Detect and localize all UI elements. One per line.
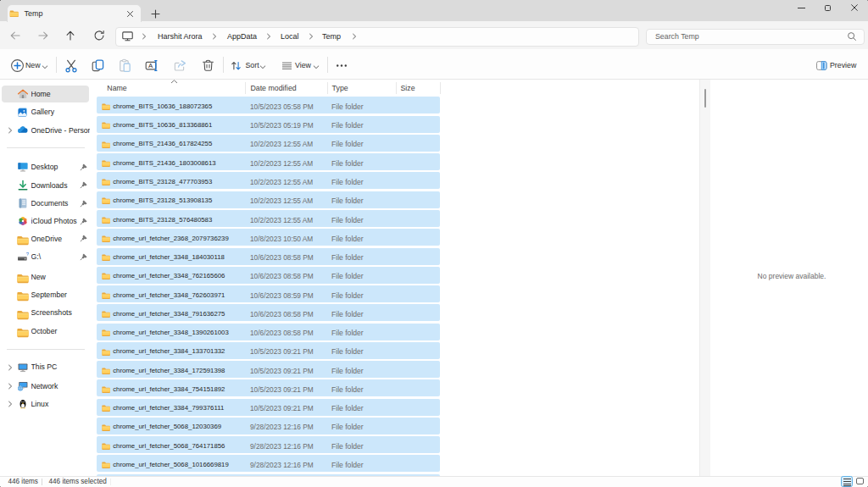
svg-text:?: ? bbox=[26, 252, 29, 257]
